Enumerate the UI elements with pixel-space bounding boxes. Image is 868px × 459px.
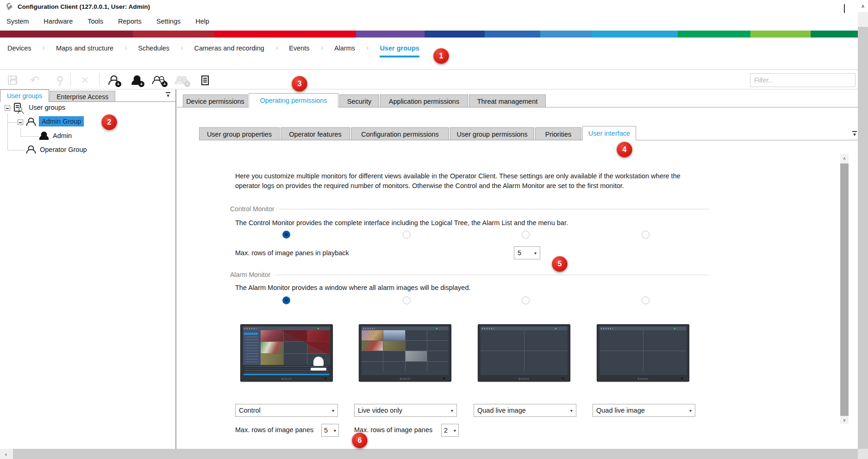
panel-pin-icon[interactable]: ▾ — [165, 93, 171, 99]
copy-permissions-button[interactable] — [197, 72, 213, 88]
control-monitor-radio-4[interactable] — [642, 231, 649, 239]
alarm-monitor-radio-3[interactable] — [522, 296, 530, 304]
subtabbar-line — [199, 140, 858, 140]
timeline-art — [244, 374, 329, 376]
collapse-icon[interactable] — [5, 105, 10, 111]
group-person-icon — [27, 118, 35, 126]
scroll-down-button[interactable]: ∨ — [840, 416, 849, 424]
breadcrumb-alarms[interactable]: Alarms — [334, 44, 355, 56]
breadcrumb-cameras-and-recording[interactable]: Cameras and recording — [194, 44, 264, 56]
subtab-priorities[interactable]: Priorities — [535, 127, 581, 140]
pin-button[interactable] — [51, 72, 68, 88]
monitor1-view-select[interactable]: Control ▾ — [235, 404, 338, 417]
tab-application-permissions[interactable]: Application permissions — [380, 94, 468, 107]
menu-hardware[interactable]: Hardware — [41, 18, 75, 25]
chevron-right-icon: › — [275, 44, 278, 52]
breadcrumb-events[interactable]: Events — [289, 44, 309, 56]
add-dual-auth-group-button[interactable]: + — [151, 72, 168, 88]
subtab-user-group-properties[interactable]: User group properties — [199, 127, 280, 140]
monitor-brand: BOSCH — [359, 377, 451, 380]
operating-subtabs: User group properties Operator features … — [199, 126, 637, 140]
monitor1-max-rows-label: Max. rows of image panes — [235, 426, 313, 434]
outer-scroll-left-button[interactable]: ‹ — [0, 449, 12, 459]
divider — [0, 69, 858, 70]
power-led — [681, 377, 683, 379]
subtab-configuration-permissions[interactable]: Configuration permissions — [351, 127, 449, 140]
subtab-operator-features[interactable]: Operator features — [281, 127, 350, 140]
monitor1-max-rows-select[interactable]: 5 ▾ — [321, 424, 339, 437]
brand-gradient-bar — [0, 31, 858, 38]
monitor-sidebar-art — [243, 330, 261, 365]
tab-threat-management[interactable]: Threat management — [469, 94, 546, 107]
save-button[interactable] — [4, 72, 21, 88]
tab-user-groups[interactable]: User groups — [0, 89, 49, 102]
delete-icon: × — [81, 74, 88, 87]
alarm-monitor-group: Alarm Monitor — [230, 271, 709, 278]
content-scroll-thumb[interactable] — [840, 163, 849, 416]
alarm-monitor-desc: The Alarm Monitor provides a window wher… — [235, 284, 471, 291]
control-monitor-title: Control Monitor — [230, 205, 275, 213]
outer-scroll-up-button[interactable]: ∧ — [858, 0, 868, 12]
user-person-icon — [40, 132, 48, 140]
monitor2-max-rows-select[interactable]: 2 ▾ — [441, 424, 459, 437]
tab-enterprise-access[interactable]: Enterprise Access — [50, 91, 115, 102]
menu-tools[interactable]: Tools — [85, 18, 106, 25]
breadcrumb-schedules[interactable]: Schedules — [138, 44, 169, 56]
breadcrumb-devices[interactable]: Devices — [7, 44, 31, 56]
filter-input[interactable] — [750, 73, 856, 87]
tree-connector — [8, 150, 25, 151]
playback-rows-select[interactable]: 5 ▾ — [514, 246, 540, 259]
tab-device-permissions[interactable]: Device permissions — [183, 94, 248, 107]
monitor-brand: BOSCH — [478, 377, 570, 380]
menu-reports[interactable]: Reports — [115, 18, 144, 25]
outer-horizontal-thumb[interactable] — [13, 449, 858, 459]
breadcrumb-maps-and-structure[interactable]: Maps and structure — [56, 44, 113, 56]
playback-rows-label: Max. rows of image panes in playback — [235, 249, 349, 257]
tab-operating-permissions[interactable]: Operating permissions — [249, 93, 338, 107]
add-user-button[interactable]: + — [129, 72, 145, 88]
menu-system[interactable]: System — [4, 18, 31, 25]
chevron-down-icon: ▾ — [570, 408, 573, 413]
breadcrumb-user-groups[interactable]: User groups — [380, 44, 419, 57]
pin-icon — [57, 76, 63, 82]
undo-button[interactable]: ↶ — [26, 72, 43, 88]
menu-settings[interactable]: Settings — [154, 18, 183, 25]
monitor-grid-art — [481, 330, 568, 371]
copy-icon — [201, 75, 209, 85]
outer-vertical-thumb[interactable] — [858, 27, 868, 449]
monitor2-view-select[interactable]: Live video only ▾ — [354, 404, 457, 417]
app-window: Configuration Client (127.0.0.1, User: A… — [0, 0, 868, 459]
subtab-user-interface[interactable]: User interface — [582, 126, 636, 140]
control-monitor-radio-1[interactable] — [282, 231, 290, 239]
control-monitor-radio-3[interactable] — [522, 231, 530, 239]
chevron-right-icon: › — [366, 44, 368, 52]
control-monitor-radio-2[interactable] — [403, 231, 411, 239]
menu-help[interactable]: Help — [193, 18, 212, 25]
scroll-up-button[interactable]: ∧ — [840, 154, 849, 163]
monitor3-view-select[interactable]: Quad live image ▾ — [474, 404, 576, 417]
alarm-monitor-radio-4[interactable] — [642, 296, 649, 304]
monitor4-view-select[interactable]: Quad live image ▾ — [593, 404, 695, 417]
save-icon — [8, 75, 17, 85]
collapse-icon[interactable] — [18, 119, 23, 125]
app-icon — [6, 3, 13, 11]
tab-scroll-icon[interactable]: ▾ — [851, 132, 858, 138]
chevron-down-icon: ▾ — [451, 408, 453, 413]
monitor-grid-art — [362, 330, 449, 371]
tab-security[interactable]: Security — [339, 94, 379, 107]
add-enterprise-group-button[interactable]: + — [174, 72, 190, 88]
delete-button[interactable]: × — [76, 72, 93, 88]
annotation-badge-6: 6 — [352, 433, 368, 448]
add-user-group-button[interactable]: + — [106, 72, 122, 88]
subtab-user-group-permissions[interactable]: User group permissions — [450, 127, 534, 140]
panel-splitter[interactable] — [175, 89, 176, 449]
left-panel-tabs: User groups Enterprise Access — [0, 89, 116, 102]
restore-button[interactable] — [844, 5, 845, 13]
group-line — [279, 209, 709, 209]
group-line — [275, 275, 709, 275]
chevron-right-icon: › — [43, 44, 45, 52]
alarm-monitor-radio-1[interactable] — [282, 296, 290, 304]
alarm-monitor-radio-2[interactable] — [403, 296, 411, 304]
monitor-bottom-art — [599, 371, 687, 375]
tree-connector — [20, 128, 21, 136]
